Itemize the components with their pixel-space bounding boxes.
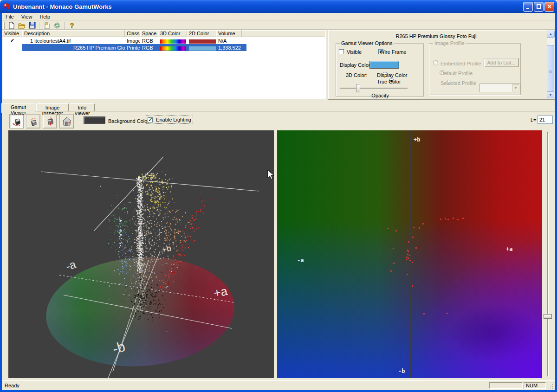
gamut-2d-point <box>419 227 420 229</box>
display-color-swatch-button[interactable] <box>369 61 399 69</box>
add-to-list-button: Add to List... <box>484 58 519 67</box>
row-description: 1 itcolourtestA4.tif <box>22 38 125 44</box>
refresh-gamut-icon <box>53 22 61 29</box>
menu-file[interactable]: File <box>2 13 18 20</box>
save-button[interactable] <box>27 21 37 30</box>
menu-bar: File View Help <box>2 13 555 21</box>
toolbar-separator <box>39 22 40 29</box>
tab-gamut-viewer[interactable]: Gamut Viewer <box>1 103 35 112</box>
opacity-slider-thumb[interactable] <box>356 84 360 92</box>
display-color-radio-label: Display Color <box>377 72 407 78</box>
row-3d-color-bar <box>160 46 186 51</box>
gamut-2d-point <box>422 223 424 225</box>
column-header-3d-color[interactable]: 3D Color <box>158 30 187 37</box>
import-image-button[interactable] <box>42 21 52 30</box>
new-document-button[interactable] <box>6 21 17 30</box>
rotate-view-button[interactable] <box>9 114 24 129</box>
gamut-2d-point <box>393 263 395 264</box>
tab-info-viewer[interactable]: Info Viewer <box>70 103 95 112</box>
title-bar[interactable]: Unbenannt - Monaco GamutWorks ✕ <box>0 0 557 13</box>
menu-help[interactable]: Help <box>36 13 54 20</box>
scroll-down-icon[interactable]: ▼ <box>547 91 554 98</box>
opacity-label: Opacity <box>336 93 424 98</box>
gamut-2d-point <box>408 257 409 259</box>
row-class: Printer <box>125 45 140 51</box>
gamut-2d-point <box>423 313 425 315</box>
menu-view[interactable]: View <box>18 13 36 20</box>
profile-combobox: ▼ <box>479 84 520 92</box>
3d-color-label: 3D Color: <box>346 72 367 78</box>
l-value-input[interactable] <box>538 116 553 124</box>
l-slider-track[interactable] <box>547 132 549 377</box>
tab-image-inspector[interactable]: Image Inspector <box>36 103 69 112</box>
row-2d-color-bar <box>189 46 216 51</box>
column-header-description[interactable]: Description <box>22 30 125 37</box>
zoom-view-button[interactable] <box>43 114 57 129</box>
column-header-visible[interactable]: Visible <box>2 30 22 37</box>
selected-profile-label: Selected Profile <box>440 80 476 86</box>
background-color-swatch-button[interactable] <box>84 116 105 124</box>
window-border-bottom <box>0 390 557 392</box>
gamut-2d-viewport[interactable]: +b -b -a +a <box>277 130 542 378</box>
opacity-slider-track[interactable] <box>340 88 408 89</box>
gamut-2d-point <box>412 262 413 263</box>
home-view-button[interactable] <box>59 114 74 129</box>
status-panel-empty <box>489 382 523 389</box>
a-axis-line <box>277 254 542 254</box>
gamut-2d-point <box>408 251 409 252</box>
refresh-gamut-button[interactable] <box>52 21 62 30</box>
l-slider-thumb[interactable] <box>544 314 552 319</box>
column-header-space[interactable]: Space <box>140 30 158 37</box>
enable-lighting-checkbox[interactable] <box>148 117 153 122</box>
mouse-cursor <box>267 170 274 180</box>
status-bar: Ready NUM <box>2 380 555 390</box>
gamut-2d-point <box>415 247 417 249</box>
minimize-button[interactable] <box>523 2 533 12</box>
zoom-cube-icon <box>45 116 56 127</box>
enable-lighting-control[interactable]: Enable Lighting <box>146 116 193 123</box>
gamut-2d-point <box>407 254 408 255</box>
document-table: Visible Description Class Space 3D Color… <box>2 30 326 99</box>
gamut-2d-point <box>462 218 464 219</box>
save-floppy-icon <box>29 22 36 29</box>
group-label: Image Profile <box>433 40 466 46</box>
embedded-profile-label: Embedded Profile <box>440 61 481 66</box>
row-3d-color-bar <box>160 39 186 44</box>
group-label: Gamut Viewer Options <box>340 40 394 46</box>
options-scrollbar[interactable]: ▲ ▼ <box>547 31 555 99</box>
table-row-printer[interactable]: R265 HP Premium Glossy Foto Fuji Printer… <box>2 44 325 51</box>
gamut-2d-point <box>440 218 441 220</box>
toolbar-grip[interactable] <box>3 22 5 29</box>
visible-checkbox[interactable] <box>339 49 344 54</box>
maximize-button[interactable] <box>534 2 544 12</box>
gamut-3d-viewport[interactable]: -a +a +b -b <box>8 130 274 378</box>
column-header-class[interactable]: Class <box>125 30 140 37</box>
gamut-2d-point <box>406 259 407 260</box>
resize-grip-icon[interactable] <box>548 383 554 390</box>
scroll-up-icon[interactable]: ▲ <box>547 31 555 38</box>
plus-b-axis-label: +b <box>414 136 420 143</box>
visible-checkmark[interactable]: ✓ <box>2 38 22 44</box>
import-image-icon <box>43 22 51 29</box>
open-file-button[interactable] <box>17 21 27 30</box>
combobox-arrow-icon: ▼ <box>512 84 519 91</box>
column-header-volume[interactable]: Volume <box>216 30 242 37</box>
true-color-radio-label: True Color <box>377 79 401 84</box>
plus-a-axis-label: +a <box>506 246 512 252</box>
close-button[interactable]: ✕ <box>544 2 554 12</box>
l-value-label: L= <box>531 117 537 123</box>
tab-body-edge <box>1 111 555 112</box>
l-slider[interactable] <box>544 132 552 377</box>
wireframe-checkbox-label: Wire Frame <box>380 49 406 55</box>
table-header: Visible Description Class Space 3D Color… <box>2 30 325 37</box>
table-row-image[interactable]: ✓ 1 itcolourtestA4.tif Image RGB N/A <box>2 37 325 44</box>
pan-view-button[interactable] <box>26 114 40 129</box>
gamut-2d-point <box>395 230 397 231</box>
gamut-2d-point <box>408 241 409 243</box>
column-header-2d-color[interactable]: 2D Color <box>187 30 216 37</box>
minus-a-axis-label: -a <box>297 257 304 263</box>
gamut-2d-point <box>390 270 392 272</box>
row-volume: 1,338,522 <box>216 45 242 51</box>
window-title: Unbenannt - Monaco GamutWorks <box>13 3 522 10</box>
help-button[interactable]: ? <box>67 21 77 30</box>
